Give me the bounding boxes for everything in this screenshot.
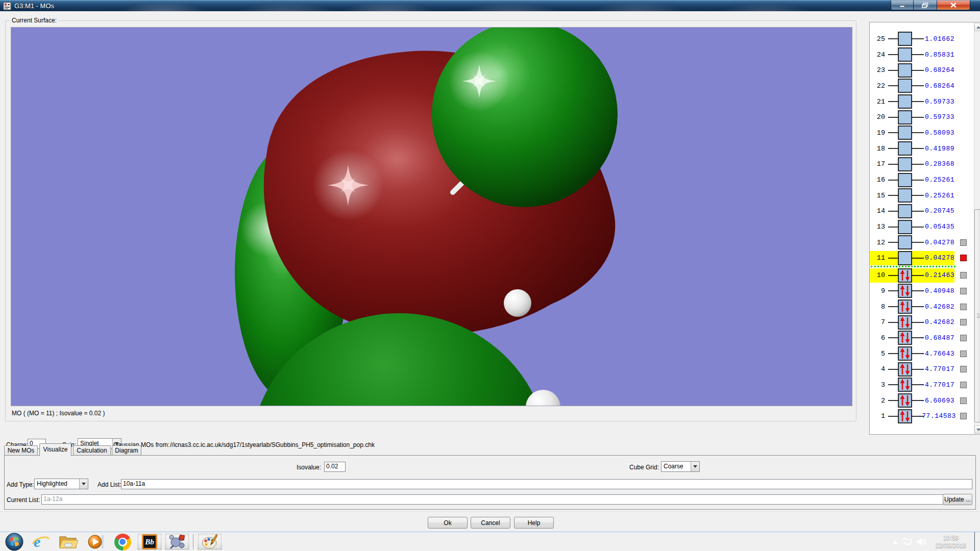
chrome-icon[interactable] [111, 533, 134, 550]
mo-visualize-checkbox[interactable] [960, 350, 967, 357]
windows-explorer-icon[interactable] [57, 533, 80, 550]
cube-grid-dropdown[interactable]: Coarse [661, 461, 700, 472]
scroll-up-button[interactable] [974, 23, 980, 31]
network-tray-icon[interactable] [900, 537, 915, 546]
mos-dialog: Current Surface: [0, 11, 980, 532]
mo-row[interactable]: 21 0.59733 [870, 94, 974, 110]
current-list-label: Current List: [7, 496, 40, 504]
window-titlebar[interactable]: G3:M1 - MOs [0, 0, 980, 11]
show-desktop-button[interactable] [974, 532, 980, 551]
mo-energy-value: 0.28368 [918, 160, 954, 168]
mo-list-panel: 25 1.01662 24 0.85831 23 0.68264 22 0.68… [869, 22, 980, 435]
blackboard-app-button[interactable]: Bb [137, 533, 162, 550]
mo-row[interactable]: 4 -4.77017 [870, 361, 974, 377]
tab-visualize[interactable]: Visualize [39, 443, 71, 456]
system-tray: 10:58 22/03/2018 [890, 532, 980, 551]
minimize-button[interactable] [891, 1, 914, 10]
clock[interactable]: 10:58 22/03/2018 [929, 534, 973, 549]
chevron-up-icon [893, 540, 898, 544]
mo-row[interactable]: 24 0.85831 [870, 47, 974, 63]
molecule-3d-viewport[interactable] [11, 27, 852, 406]
tab-diagram[interactable]: Diagram [112, 445, 141, 456]
mo-energy-value: -0.42682 [918, 318, 954, 326]
mo-row[interactable]: 16 0.25261 [870, 172, 974, 188]
scroll-down-button[interactable] [974, 425, 980, 434]
volume-tray-icon[interactable] [915, 537, 929, 546]
mo-row[interactable]: 20 0.59733 [870, 109, 974, 125]
cube-grid-dropdown-button[interactable] [691, 462, 699, 471]
tab-calculation[interactable]: Calculation [73, 445, 111, 456]
mo-row[interactable]: 22 0.68264 [870, 78, 974, 94]
isovalue-label: Isovalue: [281, 464, 321, 471]
cancel-button[interactable]: Cancel [471, 517, 510, 529]
mo-number: 17 [871, 160, 885, 168]
mo-visualize-checkbox[interactable] [960, 304, 967, 310]
mo-energy-value: -0.42682 [918, 303, 954, 311]
hidden-icons-button[interactable] [890, 540, 900, 544]
add-list-input[interactable]: 10a-11a [121, 479, 972, 489]
help-button[interactable]: Help [514, 517, 554, 529]
current-list-input[interactable]: 1a-12a [41, 494, 945, 505]
mo-row[interactable]: 19 0.58093 [870, 125, 974, 141]
clock-time: 10:58 [929, 534, 973, 542]
mo-row[interactable]: 10 -0.21463 [870, 267, 974, 283]
mo-row[interactable]: 13 0.05435 [870, 219, 974, 235]
mo-row[interactable]: 6 -0.68487 [870, 330, 974, 346]
mo-visualize-checkbox[interactable] [960, 382, 967, 388]
mo-row[interactable]: 12 0.04278 [870, 235, 974, 251]
mo-visualize-checkbox[interactable] [960, 272, 967, 279]
ok-button[interactable]: Ok [428, 517, 468, 529]
mo-visualize-checkbox[interactable] [960, 413, 967, 419]
mo-energy-value: 0.25261 [918, 176, 954, 184]
mo-number: 6 [871, 334, 885, 342]
mo-number: 4 [871, 365, 885, 373]
current-surface-group: Current Surface: [5, 20, 856, 421]
media-player-icon[interactable] [85, 533, 107, 550]
mo-energy-value: -6.60693 [918, 397, 954, 405]
mo-row[interactable]: 18 0.41989 [870, 141, 974, 157]
mo-visualize-checkbox[interactable] [960, 255, 967, 261]
add-list-label: Add List: [97, 481, 121, 488]
tab-new-mos[interactable]: New MOs [4, 445, 38, 456]
mo-row[interactable]: 5 -4.76643 [870, 346, 974, 362]
mo-energy-value: -77.14583 [918, 412, 954, 420]
add-type-dropdown-button[interactable] [79, 479, 88, 489]
mo-row[interactable]: 3 -4.77017 [870, 377, 974, 393]
isovalue-input[interactable]: 0.02 [324, 462, 346, 472]
mo-row[interactable]: 7 -0.42682 [870, 314, 974, 330]
mo-number: 25 [871, 35, 885, 43]
gaussview-app-button[interactable] [164, 533, 190, 550]
close-button[interactable] [937, 1, 970, 10]
mo-row[interactable]: 11 0.04278 [870, 251, 974, 266]
mo-visualize-checkbox[interactable] [960, 366, 967, 372]
mo-list-scrollbar[interactable] [974, 23, 980, 434]
paint-app-button[interactable] [197, 533, 223, 550]
mo-row[interactable]: 23 0.68264 [870, 62, 974, 78]
start-button[interactable] [4, 533, 24, 550]
scrollbar-thumb[interactable] [974, 209, 980, 422]
mo-row[interactable]: 1 -77.14583 [870, 409, 974, 424]
mo-list-rows: 25 1.01662 24 0.85831 23 0.68264 22 0.68… [870, 22, 974, 434]
mo-visualize-checkbox[interactable] [960, 397, 967, 404]
restore-button[interactable] [914, 1, 937, 10]
internet-explorer-icon[interactable]: e [30, 533, 52, 550]
mo-row[interactable]: 17 0.28368 [870, 157, 974, 172]
mo-row[interactable]: 8 -0.42682 [870, 299, 974, 315]
add-type-dropdown[interactable]: Highlighted [34, 479, 88, 489]
mo-row[interactable]: 25 1.01662 [870, 31, 974, 47]
mo-energy-value: 0.58093 [918, 129, 954, 137]
mo-visualize-checkbox[interactable] [960, 288, 967, 294]
mo-row[interactable]: 2 -6.60693 [870, 393, 974, 409]
cube-grid-value: Coarse [662, 462, 691, 471]
mo-number: 20 [871, 113, 885, 121]
mo-visualize-checkbox[interactable] [960, 335, 967, 341]
mo-row[interactable]: 9 -0.40948 [870, 283, 974, 299]
mo-number: 7 [871, 318, 885, 326]
mo-number: 3 [871, 381, 885, 389]
mo-row[interactable]: 14 0.20745 [870, 204, 974, 219]
mo-visualize-checkbox[interactable] [960, 319, 967, 325]
mo-visualize-checkbox[interactable] [960, 239, 967, 246]
update-button[interactable]: Update ... [943, 494, 972, 505]
mo-row[interactable]: 15 0.25261 [870, 188, 974, 204]
mo-energy-value: -0.40948 [918, 287, 954, 295]
